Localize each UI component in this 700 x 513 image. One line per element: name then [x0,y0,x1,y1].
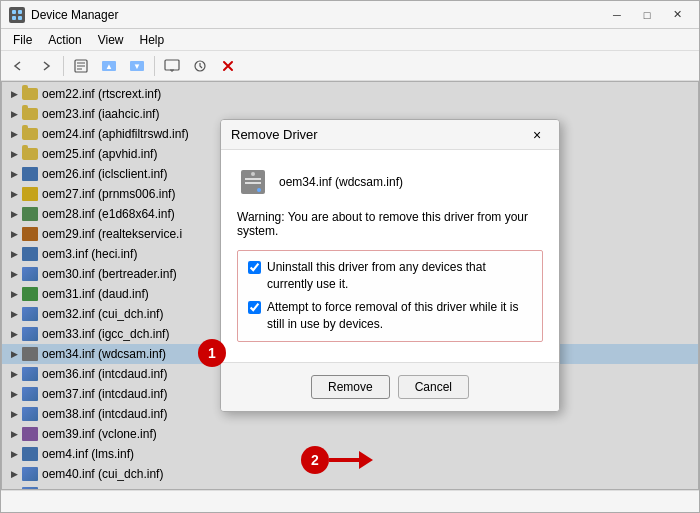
toolbar-separator-2 [154,56,155,76]
update-driver-button[interactable]: ▲ [96,54,122,78]
driver-name-label: oem34.inf (wdcsam.inf) [279,175,403,189]
scan-button[interactable] [187,54,213,78]
content-area: ▶ oem22.inf (rtscrext.inf) ▶ oem23.inf (… [1,81,699,490]
svg-rect-1 [18,10,22,14]
menu-action[interactable]: Action [40,31,89,49]
cancel-button[interactable]: Cancel [398,375,469,399]
dialog-close-button[interactable]: × [525,123,549,147]
annotation-2: 2 [301,446,329,474]
svg-rect-17 [245,178,261,180]
rollback-button[interactable]: ▼ [124,54,150,78]
window-controls: ─ □ ✕ [603,5,691,25]
svg-rect-3 [18,16,22,20]
menu-help[interactable]: Help [132,31,173,49]
dialog-buttons: Remove Cancel [221,362,559,411]
back-button[interactable] [5,54,31,78]
close-window-button[interactable]: ✕ [663,5,691,25]
properties-button[interactable] [68,54,94,78]
svg-point-20 [257,188,261,192]
dialog-title: Remove Driver [231,127,318,142]
svg-text:▼: ▼ [133,62,141,71]
menu-bar: File Action View Help [1,29,699,51]
remove-driver-dialog: Remove Driver × [220,119,560,411]
monitor-button[interactable] [159,54,185,78]
window-title: Device Manager [31,8,118,22]
svg-rect-12 [165,60,179,70]
driver-info-row: oem34.inf (wdcsam.inf) [237,166,543,198]
driver-icon [237,166,269,198]
toolbar: ▲ ▼ [1,51,699,81]
menu-file[interactable]: File [5,31,40,49]
dialog-title-bar: Remove Driver × [221,120,559,150]
checkbox-row-2: Attempt to force removal of this driver … [248,299,532,333]
svg-rect-0 [12,10,16,14]
main-window: Device Manager ─ □ ✕ File Action View He… [0,0,700,513]
minimize-button[interactable]: ─ [603,5,631,25]
svg-text:▲: ▲ [105,62,113,71]
annotation-2-arrow [329,451,373,469]
title-bar-left: Device Manager [9,7,118,23]
forward-button[interactable] [33,54,59,78]
app-icon [9,7,25,23]
modal-overlay: Remove Driver × [1,81,699,490]
toolbar-separator-1 [63,56,64,76]
remove-button[interactable]: Remove [311,375,390,399]
checkbox-row-1: Uninstall this driver from any devices t… [248,259,532,293]
title-bar: Device Manager ─ □ ✕ [1,1,699,29]
maximize-button[interactable]: □ [633,5,661,25]
svg-point-19 [251,172,255,176]
dialog-body: oem34.inf (wdcsam.inf) Warning: You are … [221,150,559,361]
checkbox-group: Uninstall this driver from any devices t… [237,250,543,341]
svg-rect-18 [245,182,261,184]
dialog-warning-text: Warning: You are about to remove this dr… [237,210,543,238]
uninstall-checkbox-label: Uninstall this driver from any devices t… [267,259,532,293]
menu-view[interactable]: View [90,31,132,49]
force-remove-checkbox-label: Attempt to force removal of this driver … [267,299,532,333]
delete-button[interactable] [215,54,241,78]
status-bar [1,490,699,512]
svg-rect-2 [12,16,16,20]
uninstall-checkbox[interactable] [248,261,261,274]
force-remove-checkbox[interactable] [248,301,261,314]
